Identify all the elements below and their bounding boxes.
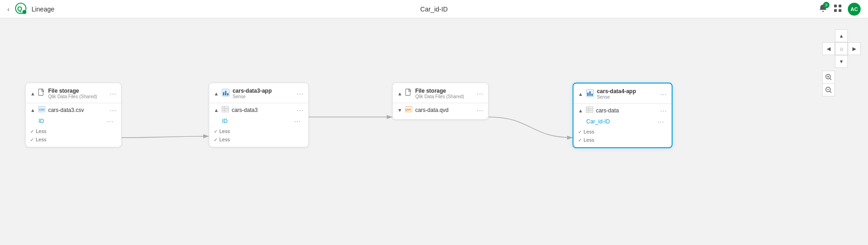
collapse-btn-4[interactable]: ▲ [578, 91, 583, 97]
card-divider-3 [393, 103, 488, 103]
table-name-2: cars-data3 [232, 107, 294, 113]
card-more-4[interactable]: ··· [660, 90, 667, 98]
card-subtitle-3: Qlik Data Files (Shared) [415, 94, 474, 99]
chart-svg-4 [586, 89, 594, 97]
zoom-in-button[interactable] [822, 71, 835, 84]
card-title-4: cars-data4-app [597, 88, 657, 95]
lineage-card-4: ▲ cars-data4-app Sense ··· ▲ [573, 83, 673, 148]
collapse-btn-1[interactable]: ▲ [30, 91, 35, 96]
field-row-id-1: ID ··· [26, 116, 121, 127]
card-subtitle-1: Qlik Data Files (Shared) [48, 94, 107, 99]
header-right: 3 AC [818, 3, 861, 16]
table-row-2: ▲ cars-data3 ··· [209, 104, 308, 116]
card-more-2[interactable]: ··· [297, 90, 304, 97]
zoom-out-button[interactable] [822, 84, 835, 96]
less-label-4a: Less [584, 129, 594, 134]
table-more-2[interactable]: ··· [297, 106, 304, 114]
zoom-in-icon [825, 74, 832, 80]
field-name-carid: Car_id-ID [586, 118, 657, 125]
qlik-logo: Q [15, 3, 28, 16]
card-title-group-4: cars-data4-app Sense [597, 88, 657, 100]
lineage-card-3: ▲ File storage Qlik Data Files (Shared) … [392, 83, 489, 120]
collapse-btn-3[interactable]: ▲ [397, 91, 402, 96]
card-title-group-3: File storage Qlik Data Files (Shared) [415, 88, 474, 99]
card-subtitle-2: Sense [233, 94, 294, 99]
less-label-4b: Less [584, 137, 594, 143]
field-more-carid[interactable]: ··· [657, 118, 664, 125]
less-row-1b[interactable]: ✓ Less [26, 135, 121, 143]
less-row-1a[interactable]: ✓ Less [26, 127, 121, 135]
less-row-2b[interactable]: ✓ Less [209, 135, 308, 143]
card-subtitle-4: Sense [597, 95, 657, 100]
less-label-2b: Less [219, 137, 230, 142]
apps-grid-button[interactable] [833, 4, 842, 15]
table-name-csv: cars-data3.csv [48, 107, 107, 113]
svg-rect-12 [223, 92, 224, 95]
card-title-2: cars-data3-app [233, 88, 294, 94]
nav-home-button[interactable]: ⌂ [835, 42, 848, 55]
nav-right-button[interactable]: ▶ [848, 42, 861, 55]
less-row-2a[interactable]: ✓ Less [209, 127, 308, 135]
card-more-1[interactable]: ··· [110, 90, 117, 97]
less-row-4b[interactable]: ✓ Less [573, 135, 672, 144]
field-more-id-2[interactable]: ··· [294, 117, 301, 125]
table-row-4: ▲ cars-data ··· [573, 105, 672, 116]
notification-badge: 3 [823, 2, 829, 8]
less-row-4a[interactable]: ✓ Less [573, 127, 672, 135]
nav-left-button[interactable]: ◀ [822, 42, 835, 55]
chart-icon-2 [222, 89, 230, 99]
table-more-3[interactable]: ··· [477, 106, 484, 114]
table-icon-4 [586, 106, 593, 114]
collapse-table-btn-2[interactable]: ▲ [214, 107, 219, 113]
qlik-logo-svg: Q [15, 3, 28, 16]
chart-icon-4 [586, 89, 594, 99]
nav-down-button[interactable]: ▼ [835, 55, 848, 68]
card-header-2: ▲ cars-data3-app Sense ··· [209, 88, 308, 102]
table-more-csv[interactable]: ··· [110, 106, 117, 114]
svg-rect-13 [225, 91, 226, 95]
field-name-id-2: ID [222, 118, 294, 124]
csv-svg: CSV [38, 106, 45, 112]
notification-bell[interactable]: 3 [818, 4, 828, 15]
collapse-table-btn-3[interactable]: ▼ [397, 107, 402, 113]
card-title-group-1: File storage Qlik Data Files (Shared) [48, 88, 107, 99]
collapse-table-btn-4[interactable]: ▲ [578, 108, 583, 113]
nav-up-button[interactable]: ▲ [835, 29, 848, 42]
header-left: ‹ Q Lineage [7, 3, 55, 16]
file-svg-3 [405, 89, 412, 97]
file-icon-1 [38, 89, 45, 99]
card-header-3: ▲ File storage Qlik Data Files (Shared) … [393, 88, 488, 102]
svg-text:QVD: QVD [406, 108, 411, 111]
svg-rect-23 [587, 93, 589, 96]
field-more-id-1[interactable]: ··· [107, 117, 114, 125]
svg-rect-14 [227, 93, 228, 95]
user-avatar[interactable]: AC [848, 3, 861, 16]
lineage-canvas: ▲ File storage Qlik Data Files (Shared) … [0, 18, 868, 245]
file-svg-1 [38, 89, 45, 97]
svg-rect-4 [839, 5, 841, 7]
less-label-1b: Less [36, 137, 46, 142]
card-title-1: File storage [48, 88, 107, 94]
card-divider-2 [209, 103, 308, 103]
table-svg-4 [586, 106, 593, 113]
table-row-3: ▼ QVD cars-data.qvd ··· [393, 104, 488, 116]
back-button[interactable]: ‹ [7, 6, 10, 13]
svg-rect-25 [591, 94, 593, 96]
qvd-icon: QVD [405, 106, 412, 114]
chart-svg-2 [222, 89, 230, 97]
table-name-4: cars-data [596, 107, 657, 114]
collapse-table-btn-1[interactable]: ▲ [30, 107, 35, 113]
table-more-4[interactable]: ··· [660, 107, 667, 114]
qvd-svg: QVD [405, 106, 412, 112]
card-header-1: ▲ File storage Qlik Data Files (Shared) … [26, 88, 121, 102]
svg-line-33 [830, 78, 831, 80]
zoom-out-icon [825, 87, 832, 93]
grid-icon [833, 4, 842, 13]
nav-middle-row: ◀ ⌂ ▶ [822, 42, 861, 55]
card-more-3[interactable]: ··· [477, 90, 484, 97]
field-row-id-2: ID ··· [209, 116, 308, 127]
arrow-3 [489, 117, 573, 138]
collapse-btn-2[interactable]: ▲ [214, 91, 219, 96]
svg-text:CSV: CSV [39, 108, 45, 111]
lineage-card-2: ▲ cars-data3-app Sense ··· ▲ [209, 83, 309, 147]
